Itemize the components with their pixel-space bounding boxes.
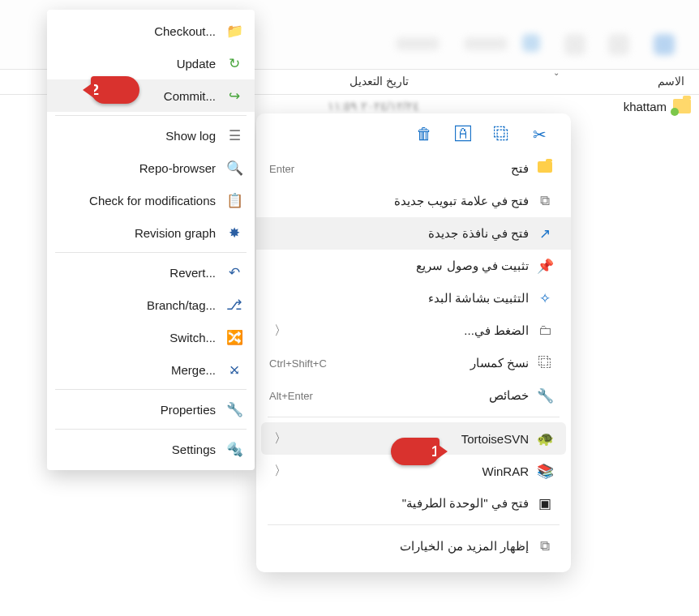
branch-icon: ⎇ [225,297,243,314]
svn-branchtag-label: Branch/tag... [147,298,225,312]
switch-icon: 🔀 [225,329,243,346]
ctx-properties[interactable]: 🔧 خصائص Alt+Enter [256,379,571,412]
svn-checkmods[interactable]: Check for modifications 📋 [47,184,255,216]
ctx-copy-path-label: نسخ كمسار [327,356,532,370]
ctx-winrar-label: WinRAR [287,464,532,478]
folder-icon [532,160,558,177]
callout-badge-1: 1 [391,438,440,465]
svn-revert[interactable]: Revert... ↶ [47,256,255,289]
chevron-left-icon: 〈 [269,430,287,447]
open-window-icon: ↗ [532,225,558,242]
svn-branchtag[interactable]: Branch/tag... ⎇ [47,289,255,321]
callout-badge-2-text: 2 [91,82,99,99]
commit-icon: ↪ [225,88,243,105]
pin-start-icon: ✧ [532,290,558,307]
svn-update-label: Update [177,57,225,71]
winrar-icon: 📚 [532,463,558,480]
tortoisesvn-icon: 🐢 [532,430,558,447]
svn-revgraph[interactable]: Revision graph ✸ [47,216,255,249]
column-name[interactable]: الاسم ⌄ [423,70,699,94]
svn-commit-label: Commit... [164,89,225,103]
ctx-compress[interactable]: 🗀 الضغط في... 〈 [256,314,571,347]
folder-svn-icon [673,99,691,113]
ctx-open-tab[interactable]: ⧉ فتح في علامة تبويب جديدة [256,185,571,217]
revert-icon: ↶ [225,264,243,281]
ctx-compress-label: الضغط في... [287,323,532,338]
settings-icon: 🔩 [225,441,243,458]
ctx-open[interactable]: فتح Enter [256,152,571,185]
pin-icon: 📌 [532,258,558,275]
context-menu-toolbar: ✂ ⿻ 🄰 🗑 [256,120,571,152]
rename-icon[interactable]: 🄰 [455,125,471,144]
chevron-left-icon: 〈 [269,463,287,480]
copy-path-icon: ⿻ [532,355,558,371]
check-mods-icon: 📋 [225,192,243,209]
copy-icon[interactable]: ⿻ [494,125,510,144]
svn-settings-label: Settings [172,443,225,456]
separator [268,524,560,525]
svn-properties[interactable]: Properties 🔧 [47,393,255,426]
ctx-open-tab-label: فتح في علامة تبويب جديدة [269,194,532,208]
separator [55,252,247,253]
ctx-terminal[interactable]: ▣ فتح في "الوحدة الطرفية" [256,487,571,520]
cut-icon[interactable]: ✂ [533,125,547,144]
svn-checkout-label: Checkout... [154,24,225,38]
ctx-open-window-label: فتح في نافذة جديدة [269,226,532,241]
svn-repobrowser-label: Repo-browser [139,161,225,175]
ctx-more-options[interactable]: ⧉ إظهار المزيد من الخيارات [256,530,571,563]
svn-revert-label: Revert... [169,266,225,280]
file-row-date: ٢٠٢٤/١٢/٢٤ ١١:٥٩ [328,99,419,113]
svn-switch[interactable]: Switch... 🔀 [47,321,255,353]
svn-settings[interactable]: Settings 🔩 [47,433,255,465]
ctx-copy-path-shortcut: Ctrl+Shift+C [269,357,327,370]
separator [268,417,560,417]
explorer-context-menu: ✂ ⿻ 🄰 🗑 فتح Enter ⧉ فتح في علامة تبويب ج… [256,113,571,572]
svn-showlog[interactable]: Show log ☰ [47,119,255,152]
open-tab-icon: ⧉ [532,193,558,209]
svn-checkout[interactable]: Checkout... 📁 [47,15,255,47]
ctx-pin-start-label: التثبيت بشاشة البدء [269,291,532,306]
callout-badge-2: 2 [91,76,139,104]
svn-revgraph-label: Revision graph [135,226,225,240]
ctx-pin-quick-label: تثبيت في وصول سريع [269,259,532,273]
svn-checkmods-label: Check for modifications [89,194,225,207]
ctx-open-shortcut: Enter [269,163,294,175]
separator [55,115,247,116]
svn-showlog-label: Show log [165,129,225,143]
delete-icon[interactable]: 🗑 [416,125,432,144]
svn-update[interactable]: Update ↻ [47,47,255,79]
ctx-pin-quick[interactable]: 📌 تثبيت في وصول سريع [256,250,571,282]
svn-commit[interactable]: Commit... ↪ [47,79,255,112]
separator [55,429,247,430]
merge-icon: ⤩ [225,361,243,379]
ctx-pin-start[interactable]: ✧ التثبيت بشاشة البدء [256,282,571,314]
ctx-more-label: إظهار المزيد من الخيارات [269,539,532,554]
svn-merge-label: Merge... [171,363,225,377]
revision-graph-icon: ✸ [225,225,243,242]
ctx-open-label: فتح [294,161,532,176]
log-icon: ☰ [225,127,243,144]
svn-switch-label: Switch... [169,331,225,344]
file-row-khattam[interactable]: khattam ٢٠٢٤/١٢/٢٤ ١١:٥٩ [624,99,691,113]
ctx-copy-path[interactable]: ⿻ نسخ كمسار Ctrl+Shift+C [256,347,571,379]
svn-merge[interactable]: Merge... ⤩ [47,353,255,386]
callout-badge-1-text: 1 [431,443,440,460]
column-date[interactable]: تاريخ التعديل [261,70,423,94]
checkout-icon: 📁 [225,23,243,40]
column-name-label: الاسم [658,75,684,88]
sort-caret-icon: ⌄ [553,68,560,77]
ctx-open-window[interactable]: ↗ فتح في نافذة جديدة [256,217,571,250]
properties-icon: 🔧 [225,401,243,418]
column-date-label: تاريخ التعديل [350,75,409,88]
file-row-name: khattam [624,100,667,113]
repo-browser-icon: 🔍 [225,160,243,177]
separator [55,389,247,390]
ctx-properties-shortcut: Alt+Enter [269,390,313,402]
tortoisesvn-submenu: Checkout... 📁 Update ↻ Commit... ↪ Show … [47,10,255,470]
svn-repobrowser[interactable]: Repo-browser 🔍 [47,152,255,184]
more-icon: ⧉ [532,538,558,554]
archive-icon: 🗀 [532,323,558,339]
chevron-left-icon: 〈 [269,323,287,340]
update-icon: ↻ [225,55,243,72]
svn-properties-label: Properties [161,403,225,417]
